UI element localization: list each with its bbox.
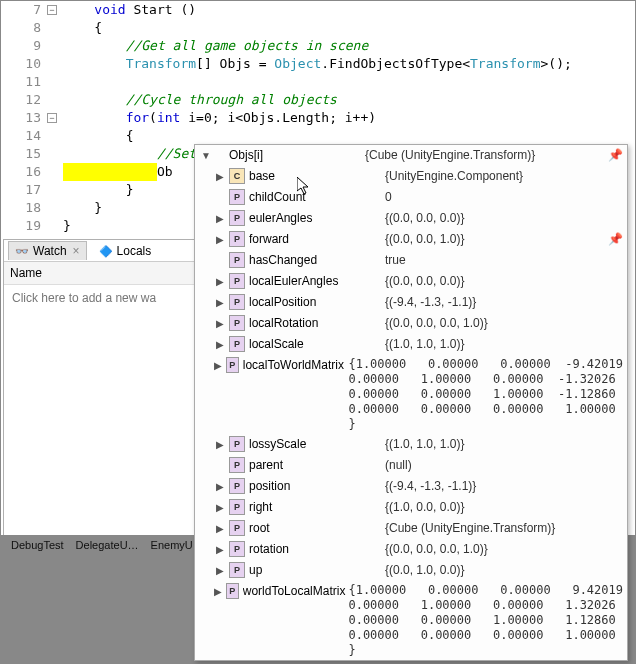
member-value: {(-9.4, -1.3, -1.1)} [385, 292, 623, 313]
member-value: {Cube (UnityEngine.Transform)} [385, 518, 623, 539]
line-number: 18 [1, 199, 41, 217]
class-icon: C [229, 168, 245, 184]
expand-toggle[interactable] [213, 476, 227, 497]
pin-icon[interactable]: 📌 [607, 145, 623, 166]
member-name: base [249, 166, 385, 187]
expand-toggle[interactable] [213, 166, 227, 187]
expand-toggle[interactable] [213, 518, 227, 539]
doc-tab[interactable]: DelegateU… [76, 539, 139, 551]
expand-toggle[interactable] [213, 334, 227, 355]
member-name: right [249, 497, 385, 518]
datatip-member-row[interactable]: PlocalPosition{(-9.4, -1.3, -1.1)} [195, 292, 627, 313]
comment: //Get all game objects in scene [126, 38, 369, 53]
member-name: position [249, 476, 385, 497]
expand-toggle[interactable] [199, 145, 213, 166]
tab-locals[interactable]: Locals [93, 242, 158, 260]
property-icon: P [229, 541, 245, 557]
debug-datatip[interactable]: Objs[i] {Cube (UnityEngine.Transform)} 📌… [194, 144, 628, 661]
member-value: 0 [385, 187, 623, 208]
watch-column-name[interactable]: Name [4, 262, 222, 285]
member-name: forward [249, 229, 385, 250]
keyword-for: for [126, 110, 149, 125]
tab-watch[interactable]: Watch × [8, 241, 87, 260]
member-name: localRotation [249, 313, 385, 334]
expand-toggle[interactable] [213, 208, 227, 229]
expand-toggle[interactable] [213, 539, 227, 560]
expand-toggle[interactable] [213, 560, 227, 581]
member-value: {(1.0, 1.0, 1.0)} [385, 434, 623, 455]
datatip-member-row[interactable]: PeulerAngles{(0.0, 0.0, 0.0)} [195, 208, 627, 229]
datatip-root-row[interactable]: Objs[i] {Cube (UnityEngine.Transform)} 📌 [195, 145, 627, 166]
property-icon: P [229, 457, 245, 473]
execution-highlight [63, 163, 157, 181]
doc-tab[interactable]: EnemyU [151, 539, 193, 551]
member-name: hasChanged [249, 250, 385, 271]
tab-watch-label: Watch [33, 244, 67, 258]
datatip-member-row[interactable]: Protation{(0.0, 0.0, 0.0, 1.0)} [195, 539, 627, 560]
type: Object [274, 56, 321, 71]
locals-icon [99, 244, 113, 258]
datatip-member-row[interactable]: PlocalToWorldMatrix{1.00000 0.00000 0.00… [195, 355, 627, 434]
datatip-member-row[interactable]: PworldToLocalMatrix{1.00000 0.00000 0.00… [195, 581, 627, 660]
watch-add-hint[interactable]: Click here to add a new wa [4, 285, 222, 311]
expand-toggle[interactable] [213, 292, 227, 313]
expand-toggle[interactable] [213, 271, 227, 292]
line-number: 8 [1, 19, 41, 37]
datatip-member-row[interactable]: Pposition{(-9.4, -1.3, -1.1)} [195, 476, 627, 497]
line-number: 17 [1, 181, 41, 199]
property-icon: P [229, 210, 245, 226]
fold-toggle[interactable]: − [47, 5, 57, 15]
expand-toggle[interactable] [213, 497, 227, 518]
member-name: localToWorldMatrix [243, 355, 349, 376]
code-text: [] Objs = [196, 56, 274, 71]
datatip-member-row[interactable]: PlocalScale{(1.0, 1.0, 1.0)} [195, 334, 627, 355]
datatip-member-row[interactable]: PhasChangedtrue [195, 250, 627, 271]
method-name: Start () [126, 2, 196, 17]
datatip-member-row[interactable]: Cbase{UnityEngine.Component} [195, 166, 627, 187]
close-icon[interactable]: × [73, 244, 80, 258]
line-number-gutter: 78910111213141516171819 [1, 1, 45, 231]
line-number: 7 [1, 1, 41, 19]
line-number: 12 [1, 91, 41, 109]
datatip-member-row[interactable]: Proot{Cube (UnityEngine.Transform)} [195, 518, 627, 539]
datatip-member-row[interactable]: PlocalEulerAngles{(0.0, 0.0, 0.0)} [195, 271, 627, 292]
datatip-member-row[interactable]: Pup{(0.0, 1.0, 0.0)} [195, 560, 627, 581]
brace: { [94, 20, 102, 35]
code-text: >(); [541, 56, 572, 71]
expand-toggle[interactable] [213, 229, 227, 250]
expand-toggle[interactable] [213, 313, 227, 334]
brace: } [63, 218, 71, 233]
code-text: .FindObjectsOfType< [321, 56, 470, 71]
datatip-member-row[interactable]: PlocalRotation{(0.0, 0.0, 0.0, 1.0)} [195, 313, 627, 334]
line-number: 15 [1, 145, 41, 163]
watch-icon [15, 244, 29, 258]
member-name: localScale [249, 334, 385, 355]
datatip-member-row[interactable]: PchildCount0 [195, 187, 627, 208]
expand-toggle[interactable] [213, 355, 224, 376]
member-name: localPosition [249, 292, 385, 313]
datatip-root-value: {Cube (UnityEngine.Transform)} [365, 145, 607, 166]
expand-toggle[interactable] [213, 581, 224, 602]
datatip-member-row[interactable]: Pright{(1.0, 0.0, 0.0)} [195, 497, 627, 518]
fold-toggle[interactable]: − [47, 113, 57, 123]
identifier-hover[interactable]: Ob [157, 164, 173, 179]
type: Transform [470, 56, 540, 71]
member-name: up [249, 560, 385, 581]
line-number: 9 [1, 37, 41, 55]
pin-icon[interactable]: 📌 [607, 229, 623, 250]
doc-tab[interactable]: DebugTest [11, 539, 64, 551]
member-value: {1.00000 0.00000 0.00000 -9.42019 0.0000… [348, 355, 623, 434]
expand-toggle[interactable] [213, 434, 227, 455]
datatip-member-row[interactable]: Pparent(null) [195, 455, 627, 476]
datatip-member-row[interactable]: PlossyScale{(1.0, 1.0, 1.0)} [195, 434, 627, 455]
watch-panel[interactable]: Watch × Locals Name Click here to add a … [3, 239, 223, 539]
member-name: worldToLocalMatrix [243, 581, 349, 602]
property-icon: P [229, 273, 245, 289]
brace: { [126, 128, 134, 143]
member-name: lossyScale [249, 434, 385, 455]
line-number: 19 [1, 217, 41, 235]
member-value: {(0.0, 0.0, 0.0, 1.0)} [385, 313, 623, 334]
datatip-member-row[interactable]: Pforward{(0.0, 0.0, 1.0)}📌 [195, 229, 627, 250]
property-icon: P [229, 478, 245, 494]
datatip-root-name: Objs[i] [229, 145, 365, 166]
